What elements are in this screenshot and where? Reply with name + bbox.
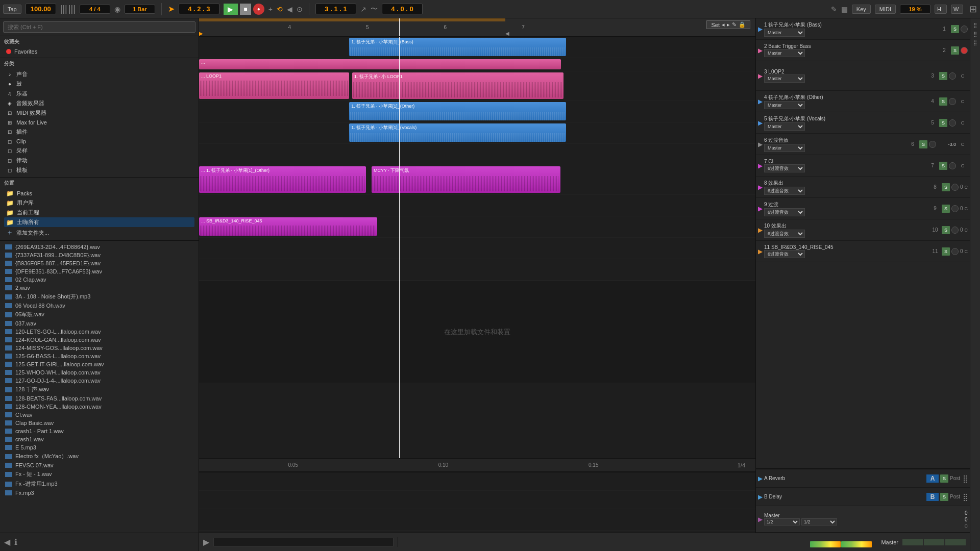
track7-solo-btn[interactable]: S: [939, 162, 947, 170]
track2-route-select[interactable]: Master: [764, 49, 805, 57]
clip-3-loop1[interactable]: ... LOOP1: [199, 72, 349, 99]
category-drum[interactable]: ● 鼓: [4, 79, 194, 89]
bpm-display[interactable]: 100.00: [26, 4, 56, 14]
list-item[interactable]: {DFE9E351-83D...F7CA6F53}.wav: [0, 267, 199, 276]
back-icon[interactable]: ◀: [287, 5, 292, 13]
category-sample[interactable]: ◻ 采样: [4, 146, 194, 156]
time-scrubber[interactable]: 0:05 0:10 0:15 1/4: [199, 458, 755, 471]
list-item[interactable]: {7337AF31-899...D48C8B0E}.wav: [0, 251, 199, 259]
key-button[interactable]: Key: [852, 5, 871, 14]
set-next-icon[interactable]: ▸: [727, 21, 730, 28]
position2-display[interactable]: 3 . 1 . 1: [315, 4, 356, 14]
return-a-icon[interactable]: ▶: [758, 475, 763, 482]
track3-route-select[interactable]: Master: [764, 74, 805, 83]
location-user-lib[interactable]: 📁 用户库: [4, 198, 194, 208]
clip-1-bass[interactable]: 1. 筷子兄弟 · 小苹果[1]_(Bass): [349, 38, 566, 56]
track5-route-select[interactable]: Master: [764, 122, 805, 131]
track4-route-select[interactable]: Master: [764, 101, 805, 109]
master-icon[interactable]: ▶: [758, 516, 763, 523]
list-item[interactable]: FEVSC 07.wav: [0, 461, 199, 469]
return-b-solo-btn[interactable]: S: [940, 493, 948, 501]
category-max-for-live[interactable]: ⊞ Max for Live: [4, 118, 194, 127]
list-item[interactable]: Fx.mp3: [0, 489, 199, 497]
track4-active-icon[interactable]: ▶: [758, 98, 763, 105]
track2-rec-dot[interactable]: [961, 47, 968, 54]
list-item[interactable]: Fx - 短 - 1.wav: [0, 469, 199, 479]
track-row-2[interactable]: ...: [199, 58, 755, 71]
track8-rec-dot[interactable]: [951, 184, 959, 191]
list-item[interactable]: {269EA913-2D4...4FD88642}.wav: [0, 243, 199, 251]
wave-icon[interactable]: 〜: [371, 5, 378, 14]
track10-active-icon[interactable]: ▶: [758, 227, 763, 234]
metronome-icon[interactable]: |||: [60, 4, 67, 14]
list-item[interactable]: 06军鼓.wav: [0, 310, 199, 319]
track10-solo-btn[interactable]: S: [942, 226, 950, 234]
set-prev-icon[interactable]: ◂: [722, 21, 725, 28]
track2-solo-btn[interactable]: S: [951, 46, 959, 55]
tap-button[interactable]: Tap: [3, 5, 21, 14]
track9-solo-btn[interactable]: S: [942, 205, 950, 213]
track11-solo-btn[interactable]: S: [942, 247, 950, 256]
track-row-10[interactable]: [199, 238, 755, 259]
track8-route-select[interactable]: 6过渡音效: [764, 187, 805, 195]
track11-rec-dot[interactable]: [951, 248, 959, 255]
master-route-select2[interactable]: 1/2: [801, 518, 837, 525]
category-midi-fx[interactable]: ⊡ MIDI 效果器: [4, 108, 194, 118]
track-row-4[interactable]: 1. 筷子兄弟 · 小苹果[1]_(Other): [199, 101, 755, 122]
track3-active-icon[interactable]: ▶: [758, 72, 763, 80]
list-item[interactable]: 128-CMON-YEA...llaloop.com.wav: [0, 403, 199, 411]
list-item[interactable]: 2.wav: [0, 284, 199, 292]
list-item[interactable]: 128 千声.wav: [0, 385, 199, 394]
return-b-drag-icon[interactable]: ⣿: [963, 493, 968, 501]
track3-solo-btn[interactable]: S: [939, 72, 947, 80]
track6-rec-dot[interactable]: [929, 141, 936, 148]
track11-active-icon[interactable]: ▶: [758, 248, 763, 255]
track5-rec-dot[interactable]: [949, 119, 956, 127]
metronome2-icon[interactable]: |||: [68, 4, 76, 14]
track-row-3[interactable]: ... LOOP1 1. 筷子兄弟 · 小 LOOP1: [199, 71, 755, 101]
track-row-8[interactable]: [199, 195, 755, 216]
track1-active-icon[interactable]: ▶: [758, 26, 763, 33]
record-button[interactable]: ●: [253, 4, 264, 15]
nav-prev-icon[interactable]: ◀: [4, 537, 10, 547]
position-display[interactable]: 4 . 2 . 3: [179, 4, 219, 14]
return-a-arr[interactable]: [199, 472, 755, 491]
track3-rec-dot[interactable]: [949, 72, 956, 80]
arrow-icon[interactable]: ↗: [360, 5, 366, 13]
track5-solo-btn[interactable]: S: [939, 119, 947, 127]
return-a-label[interactable]: A: [926, 474, 939, 483]
return-b-icon[interactable]: ▶: [758, 493, 763, 500]
list-item[interactable]: 124-MISSY-GOS...llaloop.com.wav: [0, 344, 199, 352]
category-clip[interactable]: ◻ Clip: [4, 137, 194, 146]
master-route-select1[interactable]: 1/2: [764, 518, 800, 525]
list-item[interactable]: 037.wav: [0, 319, 199, 328]
search-input[interactable]: [3, 21, 195, 33]
track6-active-icon[interactable]: ▶: [758, 141, 763, 148]
graph-icon[interactable]: ▦: [841, 5, 848, 13]
status-play-icon[interactable]: ▶: [203, 537, 209, 547]
track7-route-select[interactable]: 6过渡音效: [764, 164, 805, 172]
category-instrument[interactable]: ♫ 乐器: [4, 89, 194, 98]
follow-icon[interactable]: ➤: [168, 4, 175, 14]
return-b-arr[interactable]: [199, 491, 755, 509]
timeline-ruler[interactable]: 4 5 6 7 Set ◂ ▸ ✎ 🔒 ▶ ◀: [199, 18, 755, 37]
category-plugin[interactable]: ⊡ 插件: [4, 127, 194, 137]
track-row-7[interactable]: ... 1. 筷子兄弟 · 小苹果[1]_(Other) MCYY · 下降气氛: [199, 165, 755, 195]
right-edge-icon3[interactable]: ⣿: [973, 40, 977, 45]
track6-route-select[interactable]: Master: [764, 144, 805, 152]
track-row-6[interactable]: [199, 144, 755, 165]
zoom-display[interactable]: 19 %: [900, 5, 930, 14]
list-item[interactable]: 3A - 108 - Noise Shot(开).mp3: [0, 292, 199, 302]
track7-rec-dot[interactable]: [949, 162, 956, 169]
track1-route-select[interactable]: Master: [764, 29, 805, 37]
list-item[interactable]: 128-BEATS-FAS...llaloop.com.wav: [0, 394, 199, 403]
track10-rec-dot[interactable]: [951, 227, 959, 234]
list-item[interactable]: Clap Basic.wav: [0, 419, 199, 427]
track10-route-select[interactable]: 6过渡音效: [764, 230, 805, 238]
resize-handle-icon[interactable]: ⊞: [969, 4, 977, 15]
clip-5-vocals[interactable]: 1. 筷子兄弟 · 小苹果[1]_(Vocals): [349, 123, 566, 142]
location-add[interactable]: ＋ 添加文件夹...: [4, 227, 194, 238]
position3-display[interactable]: 4 . 0 . 0: [382, 4, 423, 14]
track-row-1[interactable]: 1. 筷子兄弟 · 小苹果[1]_(Bass): [199, 37, 755, 58]
track4-solo-btn[interactable]: S: [939, 97, 947, 106]
